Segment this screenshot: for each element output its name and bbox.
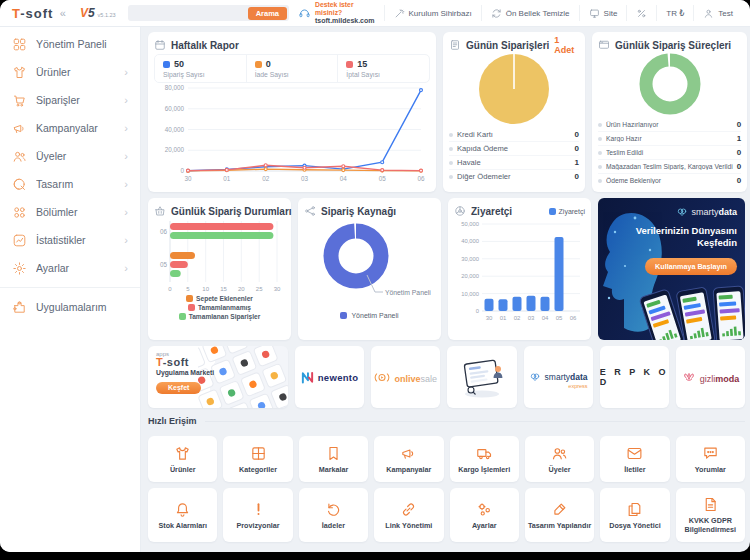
sidebar-item-products[interactable]: Ürünler› [0,58,140,86]
brain-icon [529,371,541,383]
svg-text:06: 06 [160,228,168,235]
sidebar-item-settings[interactable]: Ayarlar› [0,254,140,282]
quick-access-shipping[interactable]: Kargo İşlemleri [450,436,519,482]
order-status-card: Günlük Sipariş Durumları 051015202530060… [148,198,291,340]
sidebar-item-campaigns[interactable]: Kampanyalar› [0,114,140,142]
app-software-illustration[interactable] [447,346,516,408]
monitor-icon [589,8,600,19]
comment-icon [702,445,719,462]
quick-access-stock-alarms[interactable]: Stok Alarmları [148,488,217,542]
percent-icon [636,8,647,19]
quick-access-members[interactable]: Üyeler [525,436,594,482]
svg-text:02: 02 [262,175,270,182]
quick-access-campaigns[interactable]: Kampanyalar [374,436,443,482]
svg-text:0: 0 [168,286,172,292]
explore-button[interactable]: Keşfet [156,382,201,394]
app-gizlimoda[interactable]: gizlimoda [676,346,745,408]
divider [205,421,745,422]
list-item: Ürün Hazırlanıyor0 [598,118,741,131]
legend-item: 0İade Sayısı [246,55,338,82]
chevron-right-icon: › [124,178,128,190]
v5-version-logo: V5v5.1.23 [80,6,116,20]
quick-access-kvkk-gdpr[interactable]: KVKK GDPR Bilgilendirmesi [676,488,745,542]
app-market-card[interactable]: apps T-soft Uygulama Marketi Keşfet [148,346,288,408]
undo-icon [325,501,342,518]
basket-icon [154,205,166,217]
quick-access-file-manager[interactable]: Dosya Yönetici [600,488,669,542]
sidebar-item-dashboard[interactable]: Yönetim Paneli [0,30,140,58]
app-newento[interactable]: newento [295,346,364,408]
sidebar-collapse-button[interactable]: « [56,7,70,19]
global-search[interactable]: Arama [128,5,289,21]
gear-icon [12,261,27,276]
header-item-clear-cache[interactable]: Ön Bellek Temizle [481,5,579,21]
chevron-right-icon: › [124,66,128,78]
svg-text:0: 0 [180,167,184,174]
top-bar: T-soft « V5v5.1.23 Arama Destek ister mi… [0,0,750,27]
quick-access-provisions[interactable]: Provizyonlar [223,488,292,542]
weekly-report-card: Haftalık Rapor 50Sipariş Sayısı0İade Say… [148,32,436,192]
app-smartydata[interactable]: smartydataexpress [524,346,593,408]
header-item-setup-wizard[interactable]: Kurulum Sihirbazı [384,5,481,21]
tsoft-apps-logo: T-soft [156,357,214,368]
sidebar-item-my-apps[interactable]: Uygulamalarım [0,293,140,321]
sidebar-item-sections[interactable]: Bölümler› [0,198,140,226]
sidebar-item-design[interactable]: Tasarım› [0,170,140,198]
quick-access-settings[interactable]: Ayarlar [450,488,519,542]
header-item-discounts[interactable] [626,5,656,21]
apps-row: apps T-soft Uygulama Marketi Keşfet newe… [148,346,745,408]
quick-access-categories[interactable]: Kategoriler [223,436,292,482]
quick-access-products[interactable]: Ürünler [148,436,217,482]
smartydata-banner[interactable]: smartydata Verilerinizin Dünyasını Keşfe… [598,198,745,340]
support-domain: tsoft.mildesk.com [315,17,375,25]
header-item-site[interactable]: Site [579,5,627,21]
list-item: Havale1 [449,155,579,169]
search-button[interactable]: Arama [248,7,287,20]
app-window: T-soft « V5v5.1.23 Arama Destek ister mi… [0,0,750,552]
sidebar-item-orders[interactable]: Siparişler› [0,86,140,114]
header-item-language-currency[interactable]: TR ₺ [656,5,693,21]
app-erpkod[interactable]: E R P K O D [600,346,669,408]
sidebar-item-statistics[interactable]: İstatistikler› [0,226,140,254]
card-title: Günlük Sipariş Durumları [171,206,292,217]
svg-text:04: 04 [542,315,549,321]
quick-access-returns[interactable]: İadeler [299,488,368,542]
legend-swatch [340,312,347,319]
banner-cta-button[interactable]: Kullanmaya Başlayın [645,258,737,275]
tsoft-logo[interactable]: T-soft [0,6,56,21]
quick-access-design-config[interactable]: Tasarım Yapılandır [525,488,594,542]
header-item-user[interactable]: Test [693,5,742,21]
window-icon [598,39,610,51]
svg-text:01: 01 [223,175,231,182]
banner-headline: Verilerinizin Dünyasını Keşfedin [598,225,737,250]
onlivesale-logo: onlive [394,374,420,384]
brush-icon [551,501,568,518]
support-link[interactable]: Destek ister misiniz?tsoft.mildesk.com [289,5,384,21]
chevron-right-icon: › [124,262,128,274]
legend-label: Yönetim Paneli [351,312,398,319]
legend-item: Tamamlanmamış [188,304,251,311]
dashboard-row-2: Günlük Sipariş Durumları 051015202530060… [148,198,745,340]
users-icon [551,445,568,462]
chevron-right-icon: › [124,122,128,134]
search-input[interactable] [134,8,248,19]
quick-access-messages[interactable]: İletiler [600,436,669,482]
megaphone-icon [12,121,27,136]
list-item: Diğer Ödemeler0 [449,169,579,183]
cogs-icon [476,501,493,518]
svg-text:02: 02 [514,315,521,321]
svg-text:01: 01 [500,315,507,321]
svg-text:30: 30 [274,286,281,292]
legend-item: 50Sipariş Sayısı [155,55,246,82]
sidebar-item-members[interactable]: Üyeler› [0,142,140,170]
quick-access-link-management[interactable]: Link Yönetimi [374,488,443,542]
app-onlivesale[interactable]: onlivesale [371,346,440,408]
payments-list: Kredi Kartı0Kapıda Ödeme0Havale1Diğer Öd… [449,128,579,183]
svg-text:06: 06 [570,315,577,321]
list-item: Mağazadan Teslim Sipariş, Kargoya Verild… [598,159,741,173]
list-item: Teslim Edildi0 [598,145,741,159]
chevron-right-icon: › [124,206,128,218]
quick-access-brands[interactable]: Markalar [299,436,368,482]
brain-icon [676,206,688,218]
quick-access-comments[interactable]: Yorumlar [676,436,745,482]
